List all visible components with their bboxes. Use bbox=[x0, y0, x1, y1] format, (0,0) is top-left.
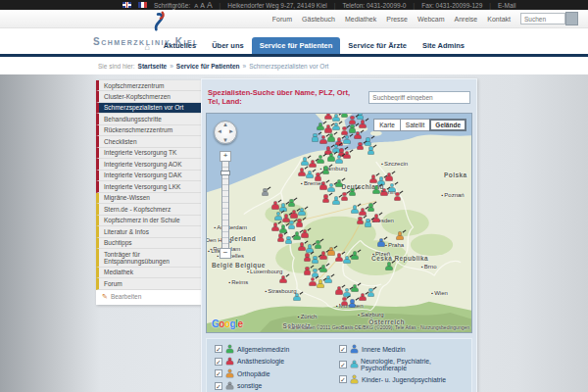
map-marker[interactable] bbox=[360, 121, 367, 128]
fr-flag-icon[interactable] bbox=[138, 2, 147, 8]
map-marker[interactable] bbox=[397, 232, 404, 240]
map-marker[interactable] bbox=[274, 213, 281, 220]
font-size-option[interactable]: A bbox=[207, 0, 213, 10]
checkbox-checked-icon[interactable]: ✓ bbox=[339, 361, 347, 368]
breadcrumb-item[interactable]: Startseite bbox=[138, 63, 168, 70]
map-marker[interactable] bbox=[319, 136, 326, 144]
breadcrumb-item[interactable]: Service für Patienten bbox=[176, 63, 240, 70]
map-marker[interactable] bbox=[341, 113, 348, 118]
map-marker[interactable] bbox=[322, 167, 329, 174]
nav-item[interactable]: Aktuelles bbox=[156, 37, 204, 54]
toolbar-link[interactable]: Anreise bbox=[455, 16, 478, 23]
nav-item[interactable]: Service für Ärzte bbox=[340, 37, 415, 54]
checkbox-checked-icon[interactable]: ✓ bbox=[215, 382, 222, 390]
map-marker[interactable] bbox=[304, 254, 311, 262]
sidebar-item[interactable]: Migräne-Wissen bbox=[96, 193, 201, 204]
sidebar-item[interactable]: Cluster-Kopfschmerzen bbox=[96, 91, 201, 102]
toolbar-link[interactable]: Presse bbox=[386, 16, 408, 23]
sidebar-item[interactable]: Buchtipps bbox=[96, 238, 201, 249]
sidebar-item[interactable]: Integrierte Versorgung AOK bbox=[96, 159, 201, 170]
checkbox-checked-icon[interactable]: ✓ bbox=[215, 345, 222, 353]
map-marker[interactable] bbox=[312, 256, 318, 264]
sidebar-edit-link[interactable]: ✎Bearbeiten bbox=[96, 290, 201, 305]
map-marker[interactable] bbox=[341, 298, 348, 306]
map-marker[interactable] bbox=[368, 147, 374, 155]
sidebar-item[interactable]: Checklisten bbox=[96, 136, 201, 147]
map-marker[interactable] bbox=[352, 206, 359, 214]
map-type-button[interactable]: Karte bbox=[373, 119, 401, 131]
pan-down-icon[interactable]: ▼ bbox=[222, 137, 228, 143]
map-marker[interactable] bbox=[327, 153, 334, 161]
map-marker[interactable] bbox=[354, 131, 361, 139]
map-marker[interactable] bbox=[315, 241, 321, 249]
map-marker[interactable] bbox=[365, 219, 371, 226]
sidebar-item[interactable]: Kopfschmerzzentrum bbox=[96, 80, 201, 91]
map-marker[interactable] bbox=[336, 156, 343, 164]
map-marker[interactable] bbox=[262, 188, 269, 196]
map-type-button[interactable]: Gelände bbox=[429, 119, 466, 131]
map-marker[interactable] bbox=[360, 293, 367, 301]
map-marker[interactable] bbox=[299, 208, 306, 216]
toolbar-link[interactable]: Kontakt bbox=[487, 16, 511, 23]
sidebar-item[interactable]: Literatur & Infos bbox=[96, 226, 201, 237]
map-marker[interactable] bbox=[341, 127, 348, 135]
email-link[interactable]: E-Mail bbox=[498, 2, 515, 9]
map-marker[interactable] bbox=[325, 275, 332, 283]
map-marker[interactable] bbox=[378, 238, 385, 246]
checkbox-checked-icon[interactable]: ✓ bbox=[339, 375, 347, 383]
pan-left-icon[interactable]: ◄ bbox=[217, 128, 222, 134]
pan-up-icon[interactable]: ▲ bbox=[222, 122, 228, 127]
map-marker[interactable] bbox=[352, 284, 359, 292]
map-marker[interactable] bbox=[394, 193, 401, 201]
sidebar-item[interactable]: Mediathek bbox=[96, 268, 201, 278]
map-marker[interactable] bbox=[352, 252, 359, 260]
map-marker[interactable] bbox=[368, 204, 374, 212]
map-marker[interactable] bbox=[336, 179, 343, 187]
map-marker[interactable] bbox=[372, 215, 379, 222]
map-marker[interactable] bbox=[386, 172, 393, 180]
uk-flag-icon[interactable] bbox=[122, 2, 131, 8]
map-pan-control[interactable]: ▲ ▼ ◄ ► bbox=[214, 121, 237, 144]
zoom-in-button[interactable]: + bbox=[220, 151, 231, 162]
font-size-option[interactable]: A bbox=[194, 3, 198, 9]
map-marker[interactable] bbox=[272, 201, 279, 209]
zoom-slider-handle[interactable] bbox=[220, 171, 230, 175]
map-type-button[interactable]: Satellit bbox=[400, 119, 431, 131]
sidebar-item[interactable]: Integrierte Versorgung DAK bbox=[96, 171, 201, 181]
google-map[interactable]: ▲ ▼ ◄ ► + − KarteSatellitGelände Nederla… bbox=[206, 113, 472, 333]
toolbar-link[interactable]: Forum bbox=[272, 16, 292, 23]
sidebar-item[interactable]: Stern.de - Kopfschmerz bbox=[96, 204, 201, 215]
sidebar-item[interactable]: Schmerzspezialisten vor Ort bbox=[96, 103, 201, 114]
sidebar-item[interactable]: Integrierte Versorgung LKK bbox=[96, 181, 201, 192]
map-marker[interactable] bbox=[319, 252, 326, 260]
map-marker[interactable] bbox=[285, 236, 292, 244]
map-marker[interactable] bbox=[288, 199, 295, 207]
specialist-search-input[interactable] bbox=[368, 91, 470, 104]
map-marker[interactable] bbox=[344, 256, 351, 264]
map-marker[interactable] bbox=[333, 114, 340, 122]
site-search-button[interactable] bbox=[565, 12, 578, 25]
map-marker[interactable] bbox=[322, 195, 329, 203]
font-size-buttons[interactable]: AAA bbox=[192, 0, 212, 10]
map-marker[interactable] bbox=[333, 197, 340, 205]
map-marker[interactable] bbox=[344, 136, 351, 144]
map-marker[interactable] bbox=[370, 175, 377, 183]
map-marker[interactable] bbox=[291, 210, 298, 218]
map-marker[interactable] bbox=[327, 133, 334, 141]
map-marker[interactable] bbox=[318, 280, 324, 288]
map-marker[interactable] bbox=[310, 278, 317, 286]
sidebar-item[interactable]: Forum bbox=[96, 278, 201, 289]
pan-right-icon[interactable]: ► bbox=[228, 128, 234, 134]
map-marker[interactable] bbox=[336, 286, 343, 294]
map-marker[interactable] bbox=[312, 133, 318, 141]
sidebar-item[interactable]: Integrierte Versorgung TK bbox=[96, 148, 201, 159]
map-marker[interactable] bbox=[296, 219, 303, 226]
map-marker[interactable] bbox=[389, 184, 396, 192]
map-marker[interactable] bbox=[319, 265, 326, 272]
map-marker[interactable] bbox=[344, 151, 351, 159]
map-marker[interactable] bbox=[349, 188, 356, 196]
map-marker[interactable] bbox=[299, 243, 306, 251]
map-marker[interactable] bbox=[280, 275, 287, 283]
map-marker[interactable] bbox=[349, 300, 356, 308]
map-marker[interactable] bbox=[386, 263, 393, 270]
